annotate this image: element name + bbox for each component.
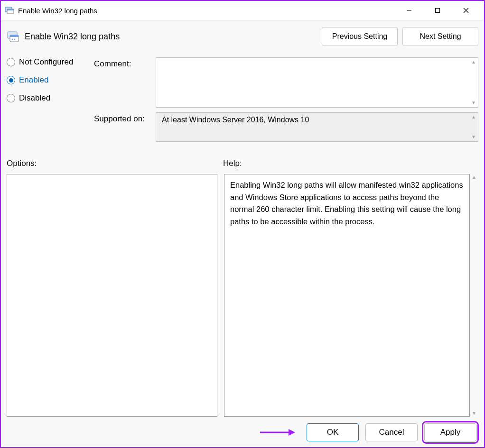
minimize-button[interactable] — [395, 1, 423, 19]
policy-editor-window: Enable Win32 long paths — [0, 0, 485, 448]
radio-disabled[interactable]: Disabled — [7, 93, 94, 103]
comment-label: Comment: — [94, 57, 156, 108]
ok-button[interactable]: OK — [307, 423, 359, 441]
supported-on-value: At least Windows Server 2016, Windows 10 — [162, 116, 309, 124]
radio-dot-icon — [9, 78, 13, 82]
supported-on-box: At least Windows Server 2016, Windows 10… — [156, 112, 478, 142]
next-setting-button[interactable]: Next Setting — [402, 27, 478, 46]
panels-row: Enabling Win32 long paths will allow man… — [7, 174, 478, 417]
svg-rect-4 — [436, 9, 440, 13]
options-label: Options: — [7, 159, 223, 168]
svg-point-10 — [12, 39, 13, 40]
help-scrollbar[interactable]: ▲ ▼ — [470, 174, 478, 417]
nav-buttons: Previous Setting Next Setting — [322, 27, 478, 46]
scroll-up-icon: ▲ — [471, 59, 476, 65]
radio-label: Enabled — [19, 75, 48, 85]
supported-on-label: Supported on: — [94, 112, 156, 142]
title-bar: Enable Win32 long paths — [1, 1, 484, 20]
window-title: Enable Win32 long paths — [18, 7, 395, 15]
svg-marker-13 — [289, 429, 295, 436]
state-radio-group: Not Configured Enabled Disabled — [7, 57, 94, 146]
radio-label: Not Configured — [19, 57, 73, 67]
help-label: Help: — [223, 159, 242, 168]
scroll-up-icon: ▲ — [471, 174, 477, 180]
lower-labels: Options: Help: — [7, 159, 478, 168]
radio-label: Disabled — [19, 93, 50, 103]
radio-circle-icon — [7, 58, 15, 66]
close-button[interactable] — [452, 1, 480, 19]
scroll-down-icon: ▼ — [471, 100, 476, 106]
policy-header: Enable Win32 long paths Previous Setting… — [7, 27, 478, 46]
policy-title: Enable Win32 long paths — [25, 32, 322, 42]
scroll-down-icon: ▼ — [471, 411, 477, 416]
radio-circle-icon — [7, 76, 15, 84]
scroll-down-icon: ▼ — [471, 134, 476, 140]
window-controls — [395, 1, 480, 19]
svg-point-11 — [14, 39, 16, 40]
radio-circle-icon — [7, 94, 15, 102]
annotation-arrow-icon — [259, 428, 296, 437]
policy-icon — [7, 30, 20, 43]
bottom-button-bar: OK Cancel Apply — [7, 417, 478, 441]
help-wrap: Enabling Win32 long paths will allow man… — [224, 174, 478, 417]
content-area: Enable Win32 long paths Previous Setting… — [1, 20, 484, 447]
help-text: Enabling Win32 long paths will allow man… — [230, 181, 463, 226]
cancel-button[interactable]: Cancel — [365, 423, 418, 441]
app-icon — [5, 6, 14, 15]
settings-grid: Not Configured Enabled Disabled Comment:… — [7, 57, 478, 146]
apply-button[interactable]: Apply — [424, 423, 476, 441]
svg-rect-9 — [10, 35, 19, 37]
help-panel: Enabling Win32 long paths will allow man… — [224, 174, 470, 417]
svg-rect-2 — [7, 9, 14, 10]
radio-not-configured[interactable]: Not Configured — [7, 57, 94, 67]
previous-setting-button[interactable]: Previous Setting — [322, 27, 398, 46]
comment-textarea[interactable]: ▲ ▼ — [156, 57, 478, 108]
maximize-button[interactable] — [423, 1, 452, 19]
radio-enabled[interactable]: Enabled — [7, 75, 94, 85]
scroll-up-icon: ▲ — [471, 114, 476, 120]
options-panel[interactable] — [7, 174, 217, 417]
